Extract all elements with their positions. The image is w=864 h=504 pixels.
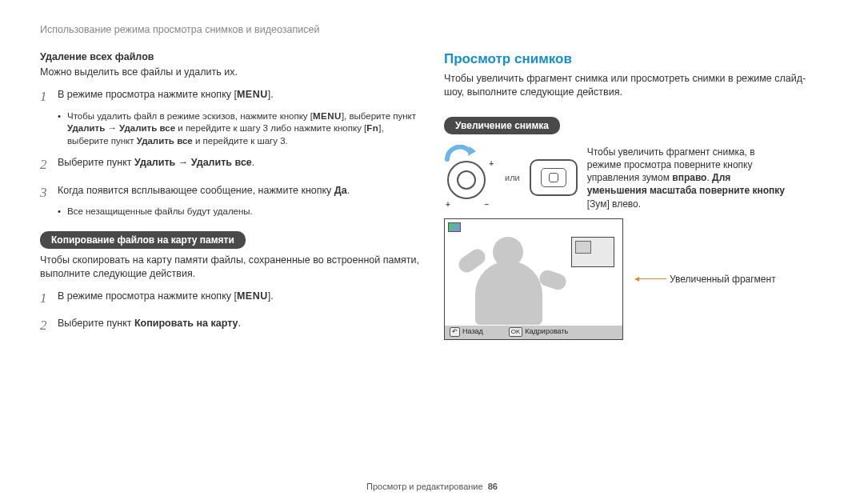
t: .: [347, 185, 350, 196]
bar-crop-label: Кадрировать: [525, 327, 568, 335]
section-title-view: Просмотр снимков: [444, 51, 824, 67]
delete-step-1: 1 В режиме просмотра нажмите кнопку [MEN…: [40, 87, 420, 107]
preview-bottom-bar: ↶Назад OKКадрировать: [445, 326, 622, 339]
zoom-instruction: Чтобы увеличить фрагмент снимка, в режим…: [587, 146, 787, 210]
dpad-icon: [530, 159, 578, 196]
step1-text-post: ].: [268, 89, 274, 100]
step-number: 2: [40, 316, 58, 336]
step-number: 3: [40, 183, 58, 203]
t: В режиме просмотра нажмите кнопку [: [58, 290, 237, 302]
rotation-arrow-icon: [442, 145, 478, 162]
copy-step-2: 2 Выберите пункт Копировать на карту.: [40, 316, 420, 336]
leader-line: [639, 278, 666, 279]
or-label: или: [505, 173, 520, 182]
bold: вправо: [672, 172, 706, 183]
delete-step1-bullet: Чтобы удалить файл в режиме эскизов, наж…: [58, 110, 420, 148]
zoom-inset: [571, 237, 614, 267]
delete-step-2: 2 Выберите пункт Удалить → Удалить все.: [40, 155, 420, 175]
t: ], выберите пункт: [342, 111, 416, 121]
t: и перейдите к шагу 3.: [193, 136, 288, 146]
footer-page: 86: [488, 482, 498, 491]
page-footer: Просмотр и редактирование 86: [40, 482, 824, 496]
fn-label: Fn: [366, 123, 378, 133]
col-left: Удаление всех файлов Можно выделить все …: [40, 51, 420, 482]
bold: Удалить все: [137, 136, 193, 146]
arrow: →: [175, 157, 190, 168]
bold: Удалить все: [191, 157, 252, 168]
pill-copy-files: Копирование файлов на карту памяти: [40, 231, 246, 249]
t: [Зум] влево.: [587, 198, 641, 210]
picture-mode-icon: [448, 222, 461, 232]
pill-zoom: Увеличение снимка: [444, 117, 560, 134]
zoom-wheel-icon: + – +: [444, 148, 495, 207]
footer-section: Просмотр и редактирование: [366, 482, 483, 491]
step-number: 2: [40, 155, 58, 175]
page-header: Использование режима просмотра снимков и…: [40, 24, 824, 35]
t: и перейдите к шагу 3 либо нажмите кнопку…: [175, 123, 366, 133]
t: Когда появится всплывающее сообщение, на…: [58, 185, 334, 196]
col-right: Просмотр снимков Чтобы увеличить фрагмен…: [444, 51, 824, 482]
bold: Удалить: [134, 157, 175, 168]
menu-label: MENU: [237, 89, 268, 100]
bold: Копировать на карту: [134, 318, 238, 329]
copy-intro: Чтобы скопировать на карту памяти файлы,…: [40, 254, 420, 281]
silhouette-figure: [458, 237, 562, 325]
t: Выберите пункт: [58, 318, 134, 329]
callout-text: Увеличенный фрагмент: [670, 274, 776, 285]
t: Выберите пункт: [58, 157, 134, 168]
step-number: 1: [40, 289, 58, 309]
view-intro: Чтобы увеличить фрагмент снимка или прос…: [444, 72, 824, 99]
ok-key-icon: OK: [509, 327, 523, 337]
heading-delete-all: Удаление всех файлов: [40, 51, 420, 62]
zoom-controls-row: + – + или Чтобы увеличить фрагмент снимк…: [444, 146, 824, 210]
copy-step-1: 1 В режиме просмотра нажмите кнопку [MEN…: [40, 289, 420, 309]
t: .: [252, 157, 254, 168]
bold: Да: [334, 185, 347, 196]
delete-step-3: 3 Когда появится всплывающее сообщение, …: [40, 183, 420, 203]
menu-label: MENU: [237, 290, 268, 302]
t: Чтобы удалить файл в режиме эскизов, наж…: [67, 111, 313, 121]
bar-back-label: Назад: [462, 327, 483, 335]
bold: Удалить: [67, 123, 105, 133]
delete-intro: Можно выделить все файлы и удалить их.: [40, 66, 420, 79]
back-key-icon: ↶: [450, 327, 460, 337]
step1-text-pre: В режиме просмотра нажмите кнопку [: [58, 89, 237, 100]
arrow: →: [105, 123, 119, 133]
bold: Удалить все: [119, 123, 175, 133]
t: ].: [268, 290, 274, 302]
delete-step3-bullet: Все незащищенные файлы будут удалены.: [58, 206, 420, 218]
t: .: [238, 318, 241, 329]
preview-screen: ↶Назад OKКадрировать: [444, 218, 623, 340]
callout-leader: Увеличенный фрагмент: [639, 274, 824, 285]
step-number: 1: [40, 87, 58, 107]
menu-label: MENU: [313, 111, 342, 121]
